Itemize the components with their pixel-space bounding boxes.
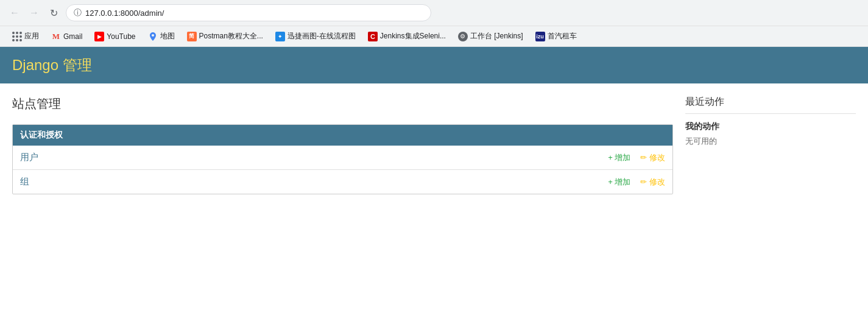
groups-row: 组 + 增加 ✏ 修改 [13, 170, 672, 194]
groups-link[interactable]: 组 [20, 176, 608, 188]
back-button[interactable]: ← [7, 5, 22, 20]
refresh-button[interactable]: ↻ [46, 5, 61, 20]
bookmark-gmail-label: Gmail [63, 32, 82, 41]
django-header: Django 管理 [0, 47, 868, 83]
bookmark-postman[interactable]: 简 Postman教程大全... [182, 29, 268, 43]
recent-actions-title: 最近动作 [685, 96, 856, 114]
youtube-icon: ▶ [94, 32, 104, 41]
url-text: 127.0.0.1:8000/admin/ [85, 9, 164, 18]
main-content: 站点管理 认证和授权 用户 + 增加 ✏ 修改 组 + 增加 ✏ 修改 [12, 96, 673, 303]
address-bar[interactable]: ⓘ 127.0.0.1:8000/admin/ [66, 4, 431, 21]
bookmark-jenkins-c-label: Jenkins集成Seleni... [380, 31, 446, 41]
browser-nav-bar: ← → ↻ ⓘ 127.0.0.1:8000/admin/ [0, 0, 868, 26]
xunjie-icon: ✦ [275, 32, 285, 41]
groups-modify-link[interactable]: ✏ 修改 [640, 177, 665, 188]
security-icon: ⓘ [74, 7, 82, 18]
bookmark-xunjie-label: 迅捷画图-在线流程图 [288, 31, 356, 41]
workbench-icon: ⚙ [458, 32, 468, 41]
groups-add-link[interactable]: + 增加 [608, 177, 630, 188]
bookmark-jenkins-c[interactable]: C Jenkins集成Seleni... [363, 29, 451, 43]
bookmark-apps[interactable]: 应用 [7, 29, 44, 43]
bookmark-postman-label: Postman教程大全... [199, 31, 263, 41]
auth-module: 认证和授权 用户 + 增加 ✏ 修改 组 + 增加 ✏ 修改 [12, 124, 673, 194]
bookmark-maps-label: 地图 [160, 31, 175, 41]
forward-button[interactable]: → [27, 5, 41, 20]
maps-icon [148, 32, 158, 41]
admin-body: 站点管理 认证和授权 用户 + 增加 ✏ 修改 组 + 增加 ✏ 修改 [0, 83, 868, 315]
bookmark-izu[interactable]: izu 首汽租车 [531, 29, 582, 43]
sidebar: 最近动作 我的动作 无可用的 [685, 96, 856, 303]
izu-icon: izu [535, 32, 545, 41]
csdn-watermark: CSDN @YZL40514131 [0, 315, 868, 318]
bookmark-apps-label: 应用 [24, 31, 39, 41]
jenkins-c-icon: C [368, 32, 378, 41]
gmail-icon: M [51, 32, 61, 41]
users-row: 用户 + 增加 ✏ 修改 [13, 146, 672, 170]
bookmark-maps[interactable]: 地图 [143, 29, 180, 43]
bookmark-workbench[interactable]: ⚙ 工作台 [Jenkins] [453, 29, 528, 43]
module-header: 认证和授权 [13, 125, 672, 146]
users-actions: + 增加 ✏ 修改 [608, 152, 665, 163]
bookmarks-bar: 应用 M Gmail ▶ YouTube 地图 简 Postman教程大全... [0, 26, 868, 46]
users-modify-link[interactable]: ✏ 修改 [640, 152, 665, 163]
users-link[interactable]: 用户 [20, 152, 608, 163]
groups-actions: + 增加 ✏ 修改 [608, 177, 665, 188]
bookmark-workbench-label: 工作台 [Jenkins] [470, 31, 523, 41]
django-title: Django 管理 [12, 55, 92, 75]
site-management-title: 站点管理 [12, 96, 673, 112]
bookmark-youtube[interactable]: ▶ YouTube [90, 30, 140, 43]
bookmark-gmail[interactable]: M Gmail [46, 30, 87, 43]
apps-icon [12, 32, 22, 41]
users-add-link[interactable]: + 增加 [608, 152, 630, 163]
my-actions-title: 我的动作 [685, 121, 856, 132]
bookmark-izu-label: 首汽租车 [548, 31, 577, 41]
browser-chrome: ← → ↻ ⓘ 127.0.0.1:8000/admin/ 应用 M Gmail… [0, 0, 868, 47]
bookmark-youtube-label: YouTube [107, 32, 135, 41]
bookmark-xunjie[interactable]: ✦ 迅捷画图-在线流程图 [270, 29, 361, 43]
postman-icon: 简 [187, 32, 197, 41]
empty-actions-text: 无可用的 [685, 136, 856, 147]
